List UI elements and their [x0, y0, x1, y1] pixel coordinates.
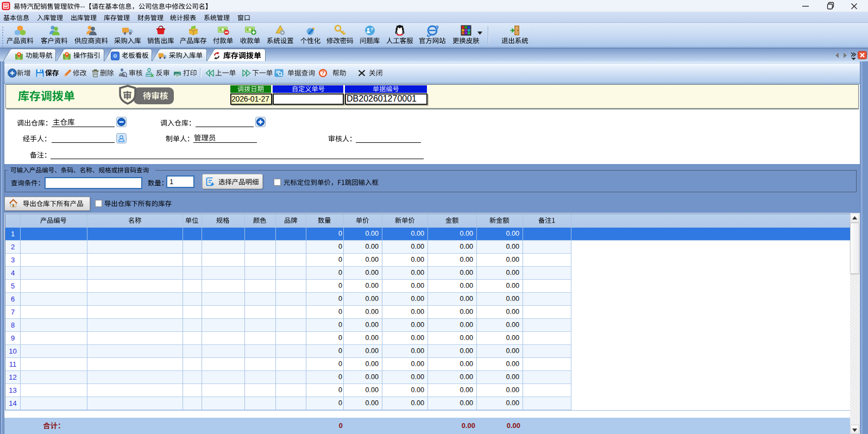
svg-text:?: ? [370, 27, 374, 32]
svg-text:?: ? [321, 70, 324, 76]
